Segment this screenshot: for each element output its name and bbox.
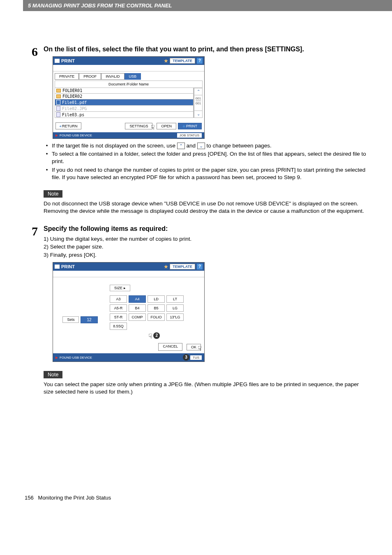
- sub-steps: 1) Using the digital keys, enter the num…: [44, 235, 369, 259]
- callout-3: 3: [183, 354, 189, 361]
- screenshot-print-usb: PRINT ★ TEMPLATE ? PRIVATE PROOF INVALID…: [53, 56, 205, 139]
- size-option[interactable]: FOLIO: [148, 313, 165, 321]
- size-option[interactable]: LG: [166, 304, 184, 312]
- file-icon: [56, 112, 60, 117]
- bullet-item: To select a file contained in a folder, …: [51, 150, 369, 165]
- size-option[interactable]: A3: [110, 295, 127, 303]
- page-content: 6 On the list of files, select the file …: [0, 11, 392, 513]
- job-status-button[interactable]: TUS: [190, 355, 202, 360]
- list-item[interactable]: File03.ps: [55, 112, 194, 118]
- diamond-icon: ◈: [182, 124, 185, 128]
- size-option-selected[interactable]: A4: [129, 295, 146, 303]
- bullet-item: If you do not need to change the number …: [51, 166, 369, 181]
- sub-step: 3) Finally, press [OK].: [44, 251, 369, 259]
- size-option[interactable]: B5: [148, 304, 165, 312]
- hand-cursor-icon: ☟: [151, 124, 155, 131]
- list-item-selected[interactable]: File01.pdf: [55, 99, 194, 106]
- size-option[interactable]: A5-R: [110, 304, 127, 312]
- size-option[interactable]: LT: [166, 295, 184, 303]
- step-6: 6 On the list of files, select the file …: [23, 46, 369, 215]
- size-option[interactable]: 8.5SQ: [110, 322, 127, 330]
- file-icon: [56, 106, 60, 111]
- step-number: 7: [23, 225, 44, 396]
- sets-field: Sets 12: [62, 300, 97, 339]
- folder-icon: [56, 94, 61, 98]
- step-heading: Specify the following items as required:: [44, 225, 369, 233]
- tab-proof[interactable]: PROOF: [79, 73, 101, 80]
- status-text: FOUND USB DEVICE: [60, 356, 92, 359]
- list-item[interactable]: FOLDER01: [55, 88, 194, 94]
- size-option[interactable]: B4: [129, 304, 146, 312]
- down-arrow-icon: ⌄: [197, 143, 205, 149]
- ss-title: PRINT: [61, 58, 75, 63]
- bullet-list: If the target file is not displayed on t…: [51, 142, 369, 181]
- note-label: Note: [44, 371, 62, 378]
- step-7: 7 Specify the following items as require…: [23, 225, 369, 396]
- size-option[interactable]: LD: [148, 295, 165, 303]
- page-indicator: 001 001: [194, 95, 203, 111]
- note-label: Note: [44, 190, 62, 198]
- callout-2: 2: [153, 332, 160, 339]
- tab-invalid[interactable]: INVALID: [101, 73, 124, 80]
- scroll-up-button[interactable]: ⌃: [194, 88, 203, 95]
- template-button[interactable]: TEMPLATE: [170, 264, 195, 269]
- hand-cursor-icon: ☟: [148, 332, 152, 340]
- open-button[interactable]: OPEN: [157, 123, 176, 129]
- help-button[interactable]: ?: [197, 58, 203, 64]
- up-arrow-icon: ⌃: [177, 143, 185, 149]
- help-button[interactable]: ?: [197, 264, 203, 269]
- sets-value[interactable]: 12: [81, 316, 97, 323]
- back-arrow-icon: ◂: [59, 124, 61, 128]
- hand-cursor-icon: ☟: [198, 345, 202, 352]
- template-button[interactable]: TEMPLATE: [170, 58, 195, 64]
- sets-label: Sets: [62, 316, 79, 323]
- step-number: 6: [23, 46, 44, 215]
- alert-icon: ▶: [55, 134, 58, 137]
- footer-title: Monitoring the Print Job Status: [38, 495, 111, 501]
- step-heading: On the list of files, select the file th…: [44, 46, 369, 53]
- screenshot-print-size: PRINT ★ TEMPLATE ? Sets 12: [53, 262, 205, 362]
- bullet-item: If the target file is not displayed on t…: [51, 142, 369, 150]
- size-option[interactable]: ST-R: [110, 313, 127, 321]
- size-grid: A3 A4 LD LT A5-R B4 B5 LG ST-R COMP FOLI…: [110, 295, 202, 330]
- size-header[interactable]: SIZE ▸: [110, 285, 130, 291]
- tab-usb[interactable]: USB: [125, 73, 141, 80]
- folder-icon: [56, 89, 61, 92]
- cancel-button[interactable]: CANCEL: [158, 343, 182, 351]
- note-text: You can select the paper size only when …: [44, 381, 369, 396]
- printer-icon: [55, 59, 60, 63]
- note-text: Do not disconnect the USB storage device…: [44, 200, 369, 215]
- page-footer: 156 Monitoring the Print Job Status: [23, 495, 369, 501]
- list-header: Document /Folder Name: [55, 81, 203, 88]
- page-number: 156: [25, 495, 34, 501]
- return-button[interactable]: ◂RETURN: [55, 122, 81, 129]
- star-icon: ★: [164, 58, 168, 64]
- printer-icon: [55, 265, 60, 269]
- star-icon: ★: [164, 264, 168, 269]
- tab-private[interactable]: PRIVATE: [55, 73, 79, 80]
- size-option[interactable]: COMP: [129, 313, 146, 321]
- list-item[interactable]: FOLDER02: [55, 94, 194, 99]
- print-button[interactable]: ◈PRINT: [178, 123, 202, 129]
- size-option[interactable]: 13"LG: [166, 313, 184, 321]
- job-status-button[interactable]: JOB STATUS: [177, 133, 202, 138]
- status-text: FOUND USB DEVICE: [60, 134, 92, 137]
- chapter-header: 5 MANAGING PRINT JOBS FROM THE CONTROL P…: [23, 0, 392, 11]
- alert-icon: ▶: [55, 356, 58, 359]
- ss-title: PRINT: [61, 264, 75, 269]
- settings-button[interactable]: SETTINGS: [125, 123, 152, 129]
- file-icon: [56, 100, 60, 105]
- sub-step: 1) Using the digital keys, enter the num…: [44, 235, 369, 243]
- sub-step: 2) Select the paper size.: [44, 243, 369, 251]
- tab-row: PRIVATE PROOF INVALID USB: [53, 71, 204, 80]
- scroll-down-button[interactable]: ⌄: [194, 111, 203, 118]
- list-item[interactable]: File02.JPG: [55, 106, 194, 112]
